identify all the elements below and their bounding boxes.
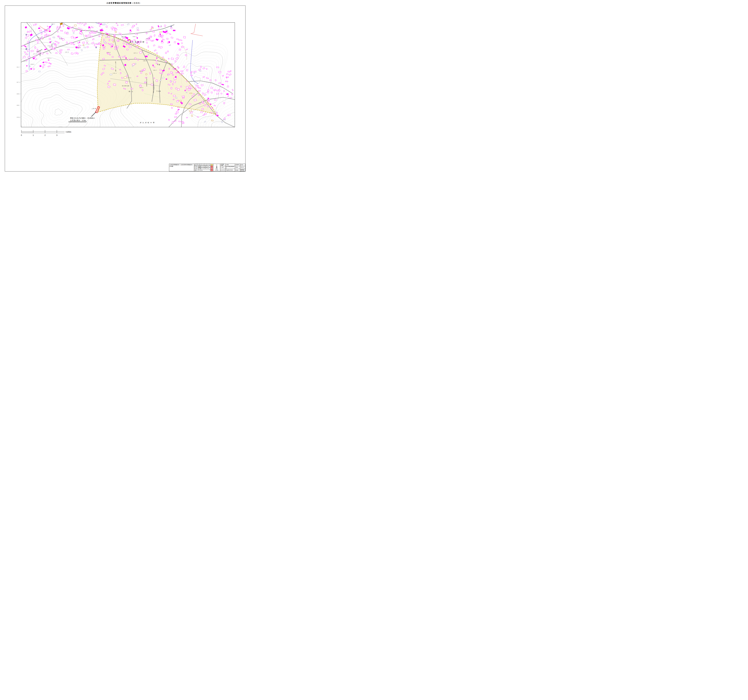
building [227,86,229,87]
map-elevation-label: 166.0 [143,60,147,61]
info-label: 渓流名 [235,166,240,169]
info-value: 相模原市緑区中野 [240,169,245,172]
building [186,81,188,82]
map-elevation-label: 184.0 [77,47,81,48]
building [164,32,166,33]
building [230,70,231,72]
map-place-label: 中里 [157,64,160,65]
map-elevation-label: 208.8 [30,64,34,65]
building [67,49,69,50]
building [178,67,179,68]
building [125,64,126,66]
info-label: 渓流番号 [235,164,240,166]
info-label: 告示年月日 [220,169,225,172]
building [100,31,102,33]
building [190,93,192,94]
map-elevation-label: 169.9 [140,87,143,88]
building [173,30,175,31]
building [216,93,219,94]
building [182,96,184,97]
building [24,45,25,46]
building [167,75,168,75]
legend-row-label: 土石流の高さが1m超える場合、土石等の移動による力が50kN/㎡を超えない区域 [198,167,210,169]
building [139,85,142,87]
building [113,44,114,46]
building [128,40,129,41]
building [157,53,157,54]
building [210,80,211,81]
building [103,39,105,41]
building [115,49,117,50]
building [107,83,108,84]
info-label: 告示番号 [220,166,225,169]
legend-symbols [210,164,213,171]
building [191,75,193,76]
building [198,90,200,91]
map-elevation-label: 175.4 [113,73,117,74]
building [117,25,118,26]
building [78,45,81,46]
building [158,35,160,37]
scale-word: 縮尺 [216,168,218,169]
building [30,68,32,70]
building [174,78,176,79]
force-annotation: 想定される力の最大：20.0kN/㎡ 土石流の高さ：0.5m [69,116,95,122]
building [110,74,112,75]
margin-elevation: 196.6 [14,117,20,118]
building [82,42,85,43]
yellow-hatch-symbol [210,164,213,166]
building [171,87,172,89]
building [176,111,178,113]
building [116,23,117,24]
building [132,27,133,28]
topographic-map: 津久井町中野東川坂中里下川和里ノ上妙応寺大沢自治会館国道413号上奈良津久井商工… [21,23,235,127]
building [225,81,228,82]
building [74,24,76,26]
building [183,36,185,38]
scale-bar: 0 1 2 3 ×100m [21,129,72,137]
building [72,27,73,27]
map-elevation-label: 174.2 [23,61,26,62]
building [137,27,138,29]
building [57,31,58,32]
building [156,58,157,58]
margin-elevation: 181.7 [14,67,20,68]
building [179,100,181,102]
info-row: 告示年月日 平成25年7月9日 所在地 相模原市緑区中野 [220,169,245,172]
building [199,103,201,104]
building [44,46,46,47]
building [56,52,57,54]
building [49,38,51,40]
annotation-line2: 土石流の高さ：0.5m [70,120,86,121]
building [210,103,211,105]
map-elevation-label: 167.6 [139,70,143,72]
building [108,36,109,38]
north-scale-cell: N 縮尺 1:2,500 [213,164,220,171]
building [128,59,129,61]
building [143,68,145,70]
map-elevation-label: 163.6 [37,37,41,38]
building [48,35,50,36]
building [95,46,96,47]
building [73,44,75,45]
building [67,33,68,34]
building [175,116,177,118]
north-arrow-icon [216,166,217,168]
margin-elevation: 188.2 [14,93,20,94]
building [119,33,120,33]
legend-info-table: 土砂災害警戒区域・土砂災害特別警戒区域 区域図 土砂災害防止法施行令第二条の基準… [169,164,245,171]
building [100,29,102,31]
legend-row-label: その他の区域 [198,170,202,171]
building [91,31,93,32]
building [126,75,128,77]
building [193,94,195,94]
building [150,73,151,74]
map-elevation-label: 172.5 [48,45,52,47]
map-place-label: 津久井町中野 [129,41,145,43]
info-value: 平成25年7月9日 [225,169,235,172]
red-diagonal-symbol [210,167,213,169]
map-place-label: 津久井合同事務所第2別館 [153,82,154,93]
building [63,25,64,27]
building [43,67,44,68]
building [189,85,190,86]
